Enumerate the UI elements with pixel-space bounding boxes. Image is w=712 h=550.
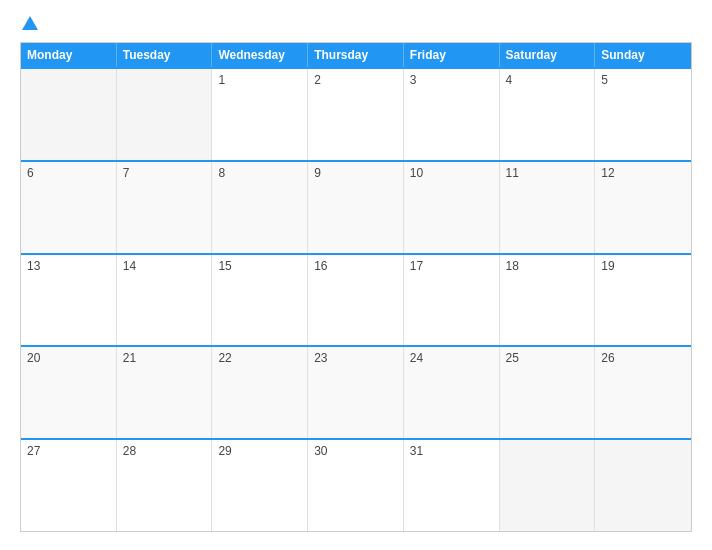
day-number: 16 — [314, 259, 327, 273]
cal-header-cell: Friday — [404, 43, 500, 67]
calendar-week: 2728293031 — [21, 438, 691, 531]
day-number: 30 — [314, 444, 327, 458]
calendar-cell: 14 — [117, 255, 213, 346]
cal-header-cell: Thursday — [308, 43, 404, 67]
cal-header-cell: Tuesday — [117, 43, 213, 67]
day-number: 5 — [601, 73, 608, 87]
calendar-cell: 26 — [595, 347, 691, 438]
day-number: 1 — [218, 73, 225, 87]
calendar-week: 13141516171819 — [21, 253, 691, 346]
calendar-cell: 11 — [500, 162, 596, 253]
calendar-cell: 22 — [212, 347, 308, 438]
calendar-cell — [21, 69, 117, 160]
calendar-cell — [595, 440, 691, 531]
calendar-cell: 9 — [308, 162, 404, 253]
calendar-cell: 23 — [308, 347, 404, 438]
logo — [20, 18, 38, 32]
calendar-cell: 13 — [21, 255, 117, 346]
calendar-cell: 16 — [308, 255, 404, 346]
calendar-cell: 4 — [500, 69, 596, 160]
calendar-cell: 30 — [308, 440, 404, 531]
day-number: 27 — [27, 444, 40, 458]
calendar-cell: 31 — [404, 440, 500, 531]
day-number: 7 — [123, 166, 130, 180]
day-number: 9 — [314, 166, 321, 180]
day-number: 31 — [410, 444, 423, 458]
day-number: 20 — [27, 351, 40, 365]
day-number: 3 — [410, 73, 417, 87]
calendar-cell: 6 — [21, 162, 117, 253]
day-number: 28 — [123, 444, 136, 458]
cal-header-cell: Monday — [21, 43, 117, 67]
day-number: 6 — [27, 166, 34, 180]
cal-header-cell: Sunday — [595, 43, 691, 67]
calendar-cell: 29 — [212, 440, 308, 531]
cal-header-cell: Wednesday — [212, 43, 308, 67]
day-number: 26 — [601, 351, 614, 365]
calendar-cell: 25 — [500, 347, 596, 438]
calendar-cell: 7 — [117, 162, 213, 253]
day-number: 11 — [506, 166, 519, 180]
day-number: 13 — [27, 259, 40, 273]
day-number: 4 — [506, 73, 513, 87]
calendar-cell: 3 — [404, 69, 500, 160]
day-number: 29 — [218, 444, 231, 458]
day-number: 2 — [314, 73, 321, 87]
calendar-cell: 1 — [212, 69, 308, 160]
day-number: 19 — [601, 259, 614, 273]
calendar-body: 1234567891011121314151617181920212223242… — [21, 67, 691, 531]
day-number: 15 — [218, 259, 231, 273]
calendar-week: 12345 — [21, 67, 691, 160]
calendar-week: 6789101112 — [21, 160, 691, 253]
day-number: 23 — [314, 351, 327, 365]
day-number: 24 — [410, 351, 423, 365]
calendar-cell: 12 — [595, 162, 691, 253]
calendar-cell: 2 — [308, 69, 404, 160]
day-number: 25 — [506, 351, 519, 365]
day-number: 10 — [410, 166, 423, 180]
day-number: 18 — [506, 259, 519, 273]
day-number: 12 — [601, 166, 614, 180]
calendar-cell — [117, 69, 213, 160]
calendar-cell: 5 — [595, 69, 691, 160]
calendar-cell: 17 — [404, 255, 500, 346]
page: MondayTuesdayWednesdayThursdayFridaySatu… — [0, 0, 712, 550]
header — [20, 18, 692, 32]
cal-header-cell: Saturday — [500, 43, 596, 67]
calendar-cell: 18 — [500, 255, 596, 346]
calendar-header: MondayTuesdayWednesdayThursdayFridaySatu… — [21, 43, 691, 67]
day-number: 21 — [123, 351, 136, 365]
calendar-cell — [500, 440, 596, 531]
calendar-cell: 10 — [404, 162, 500, 253]
calendar-cell: 20 — [21, 347, 117, 438]
calendar-cell: 28 — [117, 440, 213, 531]
logo-triangle-icon — [22, 16, 38, 30]
day-number: 14 — [123, 259, 136, 273]
day-number: 22 — [218, 351, 231, 365]
calendar-cell: 15 — [212, 255, 308, 346]
calendar-cell: 27 — [21, 440, 117, 531]
calendar-cell: 19 — [595, 255, 691, 346]
calendar-cell: 8 — [212, 162, 308, 253]
calendar: MondayTuesdayWednesdayThursdayFridaySatu… — [20, 42, 692, 532]
calendar-cell: 21 — [117, 347, 213, 438]
day-number: 8 — [218, 166, 225, 180]
calendar-cell: 24 — [404, 347, 500, 438]
calendar-week: 20212223242526 — [21, 345, 691, 438]
day-number: 17 — [410, 259, 423, 273]
